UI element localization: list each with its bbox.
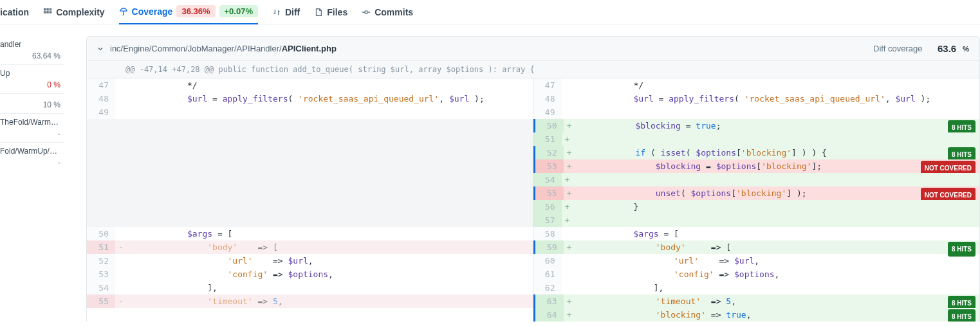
line-number[interactable]: 61 bbox=[533, 267, 562, 281]
chevron-down-icon[interactable] bbox=[97, 46, 104, 52]
diff-sign: + bbox=[564, 146, 575, 159]
line-number[interactable]: 52 bbox=[87, 254, 115, 267]
sidebar-item-name: TheFold/Warm… bbox=[0, 118, 60, 127]
line-number[interactable]: 51 bbox=[87, 240, 115, 254]
line-number[interactable]: 58 bbox=[533, 227, 562, 240]
sidebar-item-name: Up bbox=[0, 69, 60, 78]
diff-sign bbox=[115, 146, 127, 159]
tab-coverage[interactable]: Coverage 36.36% +0.07% bbox=[119, 0, 258, 24]
line-number[interactable]: 54 bbox=[533, 173, 562, 186]
tab-label: ication bbox=[0, 7, 29, 17]
code-line: $url = apply_filters( 'rocket_saas_api_q… bbox=[573, 92, 980, 105]
code-line: 'config' => $options, bbox=[127, 267, 533, 281]
line-number[interactable]: 48 bbox=[533, 92, 562, 105]
line-number[interactable]: 48 bbox=[87, 92, 115, 105]
code-line bbox=[127, 213, 533, 227]
line-number[interactable]: 64 bbox=[535, 308, 564, 321]
code-line: 'timeout' => 5, bbox=[575, 294, 980, 308]
diff-row: 51+ bbox=[533, 132, 980, 146]
diff-row: 54 ], bbox=[87, 281, 533, 294]
line-number[interactable] bbox=[87, 213, 115, 227]
line-number[interactable]: 51 bbox=[533, 132, 562, 146]
diff-coverage-label: Diff coverage bbox=[873, 44, 922, 53]
line-number[interactable]: 56 bbox=[533, 200, 562, 213]
svg-rect-3 bbox=[44, 11, 46, 14]
line-number[interactable]: 55 bbox=[87, 294, 115, 308]
tab-files[interactable]: Files bbox=[314, 0, 347, 24]
sidebar-item[interactable]: TheFold/Warm…- bbox=[0, 113, 64, 142]
code-line bbox=[127, 159, 533, 173]
diff-coverage-value: 63.6 bbox=[938, 43, 956, 54]
sidebar-item[interactable]: Up0 % bbox=[0, 64, 64, 93]
diff-sign bbox=[115, 173, 127, 186]
code-line: 'url' => $url, bbox=[573, 254, 980, 267]
line-number[interactable] bbox=[87, 159, 115, 173]
tab-complexity[interactable]: Complexity bbox=[43, 0, 104, 24]
sidebar-item[interactable]: 10 % bbox=[0, 93, 64, 113]
code-line: 'config' => $options, bbox=[573, 267, 980, 281]
tabs-bar: ication Complexity Coverage 36.36% +0.07… bbox=[0, 0, 980, 24]
sidebar-item[interactable]: andler63.64 % bbox=[0, 36, 64, 64]
line-number[interactable]: 53 bbox=[535, 159, 564, 173]
line-number[interactable] bbox=[87, 132, 115, 146]
diff-sign: + bbox=[562, 132, 573, 146]
coverage-hits-badge: 8 HITS bbox=[948, 309, 975, 321]
line-number[interactable]: 55 bbox=[535, 186, 564, 200]
tab-duplication[interactable]: ication bbox=[0, 0, 29, 24]
line-number[interactable]: 53 bbox=[87, 267, 115, 281]
diff-row: 63+ 'timeout' => 5,8 HITS bbox=[533, 294, 980, 308]
tab-label: Commits bbox=[374, 7, 413, 17]
line-number[interactable]: 52 bbox=[535, 146, 564, 159]
line-number[interactable]: 47 bbox=[87, 78, 115, 92]
code-line bbox=[127, 105, 533, 119]
diff-sign: + bbox=[564, 186, 575, 200]
line-number[interactable] bbox=[87, 186, 115, 200]
line-number[interactable]: 57 bbox=[533, 213, 562, 227]
line-number[interactable]: 49 bbox=[533, 105, 562, 119]
code-line bbox=[573, 132, 980, 146]
sidebar-item-value: 0 % bbox=[0, 80, 60, 89]
diff-row: 60 'url' => $url, bbox=[533, 254, 980, 267]
coverage-delta-badge: +0.07% bbox=[219, 5, 258, 17]
line-number[interactable] bbox=[87, 200, 115, 213]
diff-sign bbox=[562, 92, 573, 105]
line-number[interactable] bbox=[87, 146, 115, 159]
line-number[interactable]: 47 bbox=[533, 78, 562, 92]
file-path[interactable]: inc/Engine/Common/JobManager/APIHandler/… bbox=[110, 44, 337, 53]
code-line: $blocking = true; bbox=[575, 119, 980, 132]
sidebar-item-value: - bbox=[0, 158, 60, 167]
diff-row: 62 ], bbox=[533, 281, 980, 294]
diff-row: 47 */ bbox=[533, 78, 980, 92]
tab-label: Diff bbox=[285, 7, 300, 17]
line-number[interactable]: 50 bbox=[87, 227, 115, 240]
line-number[interactable]: 62 bbox=[533, 281, 562, 294]
coverage-pct-badge: 36.36% bbox=[176, 5, 215, 17]
code-line bbox=[127, 119, 533, 132]
code-line bbox=[127, 146, 533, 159]
code-line: 'body' => [ bbox=[127, 240, 533, 254]
line-number[interactable]: 63 bbox=[535, 294, 564, 308]
line-number[interactable] bbox=[87, 173, 115, 186]
diff-sign bbox=[115, 281, 127, 294]
diff-row bbox=[87, 146, 533, 159]
line-number[interactable]: 60 bbox=[533, 254, 562, 267]
code-line: $args = [ bbox=[573, 227, 980, 240]
tab-commits[interactable]: Commits bbox=[362, 0, 413, 24]
sidebar-item[interactable]: Fold/WarmUp/…- bbox=[0, 142, 64, 171]
line-number[interactable]: 50 bbox=[535, 119, 564, 132]
tab-diff[interactable]: Diff bbox=[272, 0, 300, 24]
diff-row: 51- 'body' => [ bbox=[87, 240, 533, 254]
diff-body: 47 */48 $url = apply_filters( 'rocket_sa… bbox=[86, 78, 980, 321]
tab-label: Files bbox=[327, 7, 347, 17]
diff-sign bbox=[115, 213, 127, 227]
diff-sign bbox=[115, 119, 127, 132]
diff-sign: - bbox=[115, 240, 127, 254]
sidebar-item-name: Fold/WarmUp/… bbox=[0, 147, 60, 156]
diff-sign: + bbox=[564, 294, 575, 308]
line-number[interactable]: 59 bbox=[535, 240, 564, 254]
line-number[interactable]: 49 bbox=[87, 105, 115, 119]
code-line: 'url' => $url, bbox=[127, 254, 533, 267]
diff-sign bbox=[562, 254, 573, 267]
line-number[interactable]: 54 bbox=[87, 281, 115, 294]
line-number[interactable] bbox=[87, 119, 115, 132]
